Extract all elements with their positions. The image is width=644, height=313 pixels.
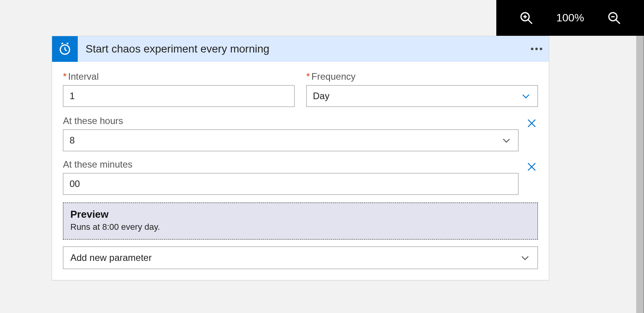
chevron-down-icon [520, 252, 531, 263]
card-menu-button[interactable]: ••• [525, 44, 549, 54]
chevron-down-icon [520, 91, 531, 101]
hours-value: 8 [70, 135, 75, 146]
preview-title: Preview [70, 208, 531, 220]
preview-text: Runs at 8:00 every day. [70, 222, 531, 232]
recurrence-card: Start chaos experiment every morning •••… [52, 36, 549, 280]
card-title: Start chaos experiment every morning [78, 43, 525, 55]
hours-label: At these hours [63, 115, 518, 126]
zoom-toolbar: 100% [496, 0, 644, 36]
zoom-in-button[interactable] [515, 6, 538, 30]
minutes-label: At these minutes [63, 159, 518, 170]
add-parameter-label: Add new parameter [70, 252, 152, 263]
ellipsis-icon: ••• [531, 44, 544, 54]
card-icon-box [52, 36, 78, 62]
scrollbar-thumb[interactable] [636, 36, 644, 313]
svg-line-9 [65, 50, 67, 51]
chevron-down-icon [501, 135, 512, 146]
vertical-scrollbar[interactable] [636, 36, 644, 313]
interval-label: *Interval [63, 71, 295, 82]
close-icon [526, 161, 537, 172]
frequency-label: *Frequency [306, 71, 538, 82]
remove-hours-button[interactable] [525, 115, 538, 131]
zoom-out-icon [607, 11, 621, 25]
minutes-input[interactable] [63, 173, 518, 195]
preview-box: Preview Runs at 8:00 every day. [63, 203, 538, 240]
card-header[interactable]: Start chaos experiment every morning ••• [52, 36, 549, 62]
frequency-select[interactable]: Day [306, 85, 538, 107]
clock-icon [58, 42, 72, 56]
hours-select[interactable]: 8 [63, 129, 518, 151]
zoom-in-icon [519, 11, 533, 25]
required-asterisk: * [306, 71, 310, 82]
add-parameter-select[interactable]: Add new parameter [63, 247, 538, 269]
required-asterisk: * [63, 71, 66, 82]
svg-line-5 [616, 20, 620, 24]
svg-line-1 [528, 20, 532, 24]
zoom-level-label: 100% [556, 12, 584, 24]
remove-minutes-button[interactable] [525, 159, 538, 175]
close-icon [526, 118, 537, 129]
card-body: *Interval *Frequency Day At these hours … [52, 62, 549, 280]
interval-input[interactable] [63, 85, 295, 107]
zoom-out-button[interactable] [602, 6, 626, 30]
frequency-value: Day [313, 91, 330, 101]
